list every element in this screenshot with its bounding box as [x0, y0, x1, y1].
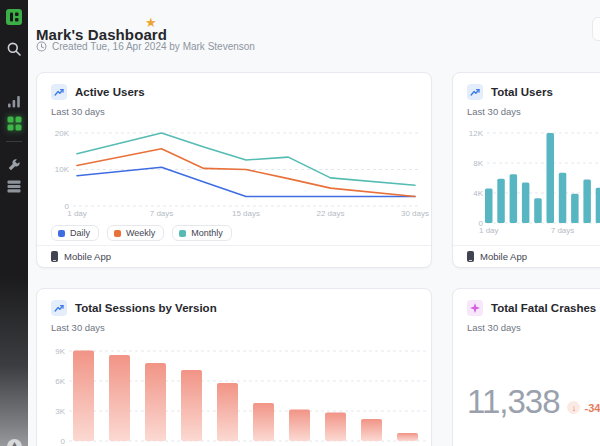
kpi-delta: ↓ -34.9% — [567, 401, 600, 414]
svg-text:4K: 4K — [473, 189, 483, 198]
sidebar-item-analytics[interactable] — [0, 93, 28, 109]
sidebar-item-search[interactable] — [0, 40, 28, 58]
legend-label: Weekly — [126, 228, 155, 238]
trend-chart-icon — [51, 84, 67, 100]
edge-cutoff-button[interactable] — [592, 17, 600, 41]
svg-text:1 day: 1 day — [479, 226, 499, 235]
favorite-star-icon[interactable]: ★ — [145, 15, 157, 30]
sidebar-item-dashboards[interactable] — [0, 114, 28, 132]
card-title: Total Sessions by Version — [75, 302, 217, 314]
svg-text:22 days: 22 days — [316, 209, 344, 218]
legend-color-weekly — [114, 230, 121, 237]
svg-text:15 days: 15 days — [232, 209, 260, 218]
mobile-phone-icon — [467, 251, 474, 262]
dashboard-page: ▲ Mark's Dashboard ★ Created Tue, 16 Apr… — [0, 0, 600, 446]
sidebar-item-tools[interactable] — [0, 157, 28, 173]
svg-text:12K: 12K — [469, 129, 484, 138]
bar-chart-icon — [7, 95, 21, 108]
svg-text:1 day: 1 day — [67, 209, 87, 218]
trend-chart-icon — [467, 84, 483, 100]
svg-text:10K: 10K — [55, 165, 70, 174]
sidebar-divider — [6, 141, 22, 142]
legend-color-monthly — [179, 230, 186, 237]
search-icon — [6, 41, 22, 57]
legend-pill-monthly[interactable]: Monthly — [172, 225, 232, 241]
kpi-value: 11,338 — [467, 385, 559, 418]
card-range-label: Last 30 days — [467, 106, 521, 117]
sessions-by-version-bar-chart: 03K6K9K5.04.15.04.25.05.05.05.15.04.05.0… — [37, 343, 431, 446]
svg-text:7 days: 7 days — [150, 209, 174, 218]
svg-text:8K: 8K — [473, 159, 483, 168]
svg-text:20K: 20K — [55, 129, 70, 138]
svg-text:3K: 3K — [55, 407, 65, 416]
created-byline: Created Tue, 16 Apr 2024 by Mark Stevens… — [36, 41, 255, 52]
legend-label: Monthly — [191, 228, 223, 238]
card-footer: Mobile App — [37, 245, 431, 267]
svg-text:0: 0 — [61, 437, 66, 446]
card-range-label: Last 30 days — [467, 322, 521, 333]
created-text: Created Tue, 16 Apr 2024 by Mark Stevens… — [52, 41, 255, 52]
card-total-sessions: Total Sessions by Version Last 30 days 0… — [36, 288, 432, 446]
card-total-users: Total Users Last 30 days 04K8K12K1 day7 … — [452, 72, 600, 268]
legend-pill-daily[interactable]: Daily — [51, 225, 99, 241]
mobile-phone-icon — [51, 251, 58, 262]
svg-text:30 days: 30 days — [401, 209, 429, 218]
legend-label: Daily — [70, 228, 90, 238]
card-range-label: Last 30 days — [51, 322, 105, 333]
svg-text:7 days: 7 days — [551, 226, 575, 235]
card-title: Active Users — [75, 86, 145, 98]
clock-icon — [36, 41, 47, 52]
active-users-line-chart: 010K20K1 day7 days15 days22 days30 days — [37, 117, 431, 221]
trend-chart-icon — [51, 300, 67, 316]
total-users-bar-chart: 04K8K12K1 day7 days — [453, 117, 600, 239]
sparkle-icon — [467, 300, 483, 316]
green-logo-icon — [6, 9, 22, 25]
svg-text:6K: 6K — [55, 377, 65, 386]
wrench-icon — [7, 158, 21, 172]
sidebar-item-data[interactable] — [0, 178, 28, 194]
grid-icon — [7, 116, 22, 131]
card-title: Total Users — [491, 86, 553, 98]
card-active-users: Active Users Last 30 days 010K20K1 day7 … — [36, 72, 432, 268]
app-logo[interactable] — [0, 8, 28, 26]
card-total-fatal-crashes: Total Fatal Crashes Last 30 days 11,338 … — [452, 288, 600, 446]
sidebar-expand-button[interactable]: ▲ — [7, 439, 22, 446]
card-footer: Mobile App — [453, 245, 600, 267]
server-icon — [7, 180, 21, 193]
chevron-up-icon: ▲ — [11, 440, 18, 446]
card-title: Total Fatal Crashes — [491, 302, 596, 314]
card-range-label: Last 30 days — [51, 106, 105, 117]
legend-color-daily — [58, 230, 65, 237]
sidebar: ▲ — [0, 0, 28, 446]
arrow-down-icon: ↓ — [567, 401, 580, 414]
kpi-row: 11,338 ↓ -34.9% — [467, 385, 600, 418]
svg-text:9K: 9K — [55, 347, 65, 356]
kpi-delta-label: -34.9% — [584, 402, 600, 414]
app-tag: Mobile App — [64, 251, 111, 262]
chart-legend: Daily Weekly Monthly — [51, 225, 232, 241]
app-tag: Mobile App — [480, 251, 527, 262]
legend-pill-weekly[interactable]: Weekly — [107, 225, 164, 241]
